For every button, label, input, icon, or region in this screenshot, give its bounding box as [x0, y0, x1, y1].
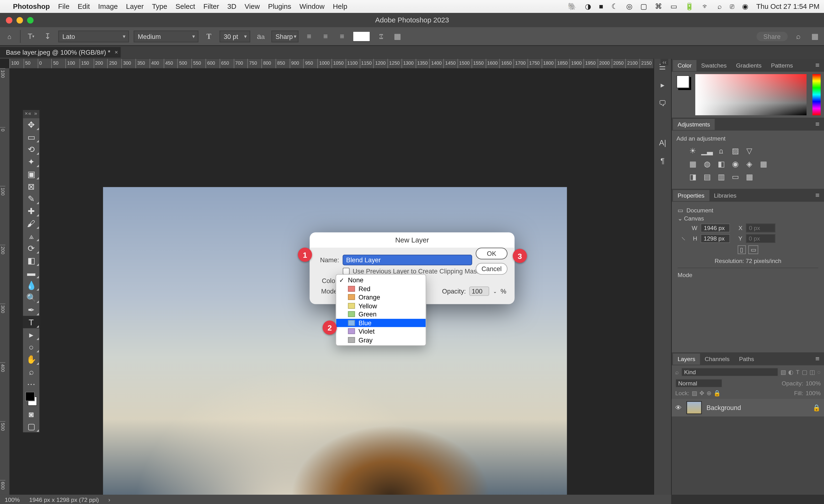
status-control-icon[interactable]: ⎚ — [730, 2, 734, 11]
antialias-select[interactable]: Sharp▾ — [271, 30, 298, 42]
color-option-yellow[interactable]: Yellow — [336, 301, 426, 310]
character-panel-icon[interactable]: A| — [659, 138, 666, 147]
type-tool-icon[interactable]: T — [23, 316, 39, 328]
color-option-violet[interactable]: Violet — [336, 327, 426, 336]
opacity-field[interactable]: 100% — [806, 380, 821, 386]
status-bluetooth-icon[interactable]: ⌘ — [655, 2, 662, 11]
ok-button[interactable]: OK — [476, 248, 508, 259]
color-option-red[interactable]: Red — [336, 284, 426, 293]
font-weight-select[interactable]: Medium▾ — [134, 30, 199, 42]
selective-color-icon[interactable]: ▦ — [745, 172, 754, 181]
filter-kind-select[interactable]: Kind — [681, 368, 778, 377]
menu-plugins[interactable]: Plugins — [268, 2, 291, 11]
visibility-icon[interactable]: 👁 — [675, 404, 682, 411]
status-battery-icon[interactable]: 🔋 — [685, 2, 694, 11]
curves-icon[interactable]: ⩍ — [717, 146, 726, 155]
foreground-background-swatches[interactable] — [23, 390, 39, 408]
bw-icon[interactable]: ◧ — [717, 159, 726, 168]
color-panel[interactable] — [672, 72, 824, 118]
blur-tool-icon[interactable]: 💧 — [23, 279, 39, 291]
color-option-gray[interactable]: Gray — [336, 336, 426, 344]
invert-icon[interactable]: ◨ — [688, 172, 697, 181]
actions-panel-icon[interactable]: ▸ — [660, 81, 665, 90]
filter-pixel-icon[interactable]: ▧ — [781, 369, 786, 375]
hue-icon[interactable]: ▦ — [688, 159, 697, 168]
close-window-button[interactable] — [6, 17, 12, 23]
status-flyout-icon[interactable]: › — [108, 496, 110, 503]
menu-image[interactable]: Image — [98, 2, 118, 11]
brightness-icon[interactable]: ☀ — [688, 146, 697, 155]
document-dimensions[interactable]: 1946 px x 1298 px (72 ppi) — [29, 496, 99, 503]
crop-tool-icon[interactable]: ▣ — [23, 167, 39, 180]
healing-tool-icon[interactable]: ✚ — [23, 205, 39, 217]
status-screen-icon[interactable]: ▢ — [640, 2, 647, 11]
menu-filter[interactable]: Filter — [204, 2, 219, 11]
menu-select[interactable]: Select — [176, 2, 195, 11]
eyedropper-tool-icon[interactable]: ✎ — [23, 192, 39, 205]
status-siri-icon[interactable]: ◉ — [742, 2, 748, 11]
color-option-green[interactable]: Green — [336, 310, 426, 319]
home-icon[interactable]: ⌂ — [4, 30, 15, 42]
comments-panel-icon[interactable]: 🗨 — [659, 99, 666, 108]
color-option-orange[interactable]: Orange — [336, 293, 426, 302]
tab-patterns[interactable]: Patterns — [766, 60, 798, 71]
vibrance-icon[interactable]: ▽ — [745, 146, 754, 155]
tab-color[interactable]: Color — [673, 60, 696, 71]
adjustments-panel-menu-icon[interactable]: ≡ — [812, 120, 823, 128]
shape-tool-icon[interactable]: ○ — [23, 341, 39, 353]
menu-file[interactable]: File — [58, 2, 70, 11]
align-left-icon[interactable]: ≡ — [303, 30, 315, 42]
text-color-swatch[interactable] — [352, 31, 370, 41]
filter-smart-icon[interactable]: ◫ — [809, 369, 815, 375]
layers-panel-menu-icon[interactable]: ≡ — [812, 355, 823, 363]
width-field[interactable]: 1946 px — [701, 224, 730, 232]
type-tool-indicator-icon[interactable]: T▾ — [25, 30, 37, 42]
search-icon[interactable]: ⌕ — [793, 30, 804, 42]
status-elephant-icon[interactable]: 🐘 — [568, 2, 577, 11]
dodge-tool-icon[interactable]: 🔍 — [23, 291, 39, 303]
opacity-input[interactable]: 100 — [469, 286, 489, 296]
warp-text-icon[interactable]: Ɪ — [375, 30, 387, 42]
zoom-tool-icon[interactable]: ⌕ — [23, 365, 39, 378]
frame-tool-icon[interactable]: ⊠ — [23, 180, 39, 192]
collapse-panels-icon[interactable]: ‹‹ — [660, 59, 668, 65]
menu-3d[interactable]: 3D — [227, 2, 236, 11]
character-panel-icon[interactable]: ▦ — [392, 30, 403, 42]
landscape-icon[interactable]: ▭ — [748, 245, 758, 254]
foreground-swatch[interactable] — [677, 76, 689, 88]
layer-name[interactable]: Background — [707, 404, 741, 411]
align-right-icon[interactable]: ≡ — [336, 30, 348, 42]
exposure-icon[interactable]: ▨ — [731, 146, 740, 155]
lasso-tool-icon[interactable]: ⟲ — [23, 143, 39, 155]
threshold-icon[interactable]: ▥ — [717, 172, 726, 181]
menu-help[interactable]: Help — [333, 2, 347, 11]
status-wifi-icon[interactable]: ᯤ — [702, 2, 709, 11]
status-search-icon[interactable]: ⌕ — [717, 2, 722, 11]
move-tool-icon[interactable]: ✥ — [23, 118, 39, 131]
posterize-icon[interactable]: ▤ — [702, 172, 712, 181]
menubar-app[interactable]: Photoshop — [13, 2, 50, 11]
path-select-icon[interactable]: ▸ — [23, 328, 39, 341]
photo-filter-icon[interactable]: ◉ — [731, 159, 740, 168]
color-lookup-icon[interactable]: ▦ — [759, 159, 768, 168]
menu-type[interactable]: Type — [152, 2, 167, 11]
zoom-level[interactable]: 100% — [5, 496, 20, 503]
edit-toolbar-icon[interactable]: ⋯ — [23, 378, 39, 390]
font-size-select[interactable]: 30 pt▾ — [219, 30, 250, 42]
filter-toggle[interactable]: ○ — [817, 369, 821, 375]
workspace-switcher-icon[interactable]: ▦ — [809, 30, 821, 42]
layer-thumbnail[interactable] — [687, 401, 702, 414]
stamp-tool-icon[interactable]: ⟁ — [23, 229, 39, 242]
filter-type-icon[interactable]: T — [796, 369, 799, 375]
tab-gradients[interactable]: Gradients — [731, 60, 766, 71]
filter-search-icon[interactable]: ⌕ — [675, 369, 679, 375]
gradient-tool-icon[interactable]: ▬ — [23, 267, 39, 279]
layer-list[interactable]: 👁 Background 🔒 — [672, 399, 824, 495]
font-family-select[interactable]: Lato▾ — [58, 30, 129, 42]
share-button[interactable]: Share — [756, 31, 788, 41]
height-field[interactable]: 1298 px — [701, 234, 730, 243]
lock-position-icon[interactable]: ✥ — [699, 390, 704, 396]
color-panel-menu-icon[interactable]: ≡ — [812, 61, 823, 70]
tab-paths[interactable]: Paths — [734, 353, 758, 364]
canvas-section-label[interactable]: Canvas — [678, 215, 818, 222]
